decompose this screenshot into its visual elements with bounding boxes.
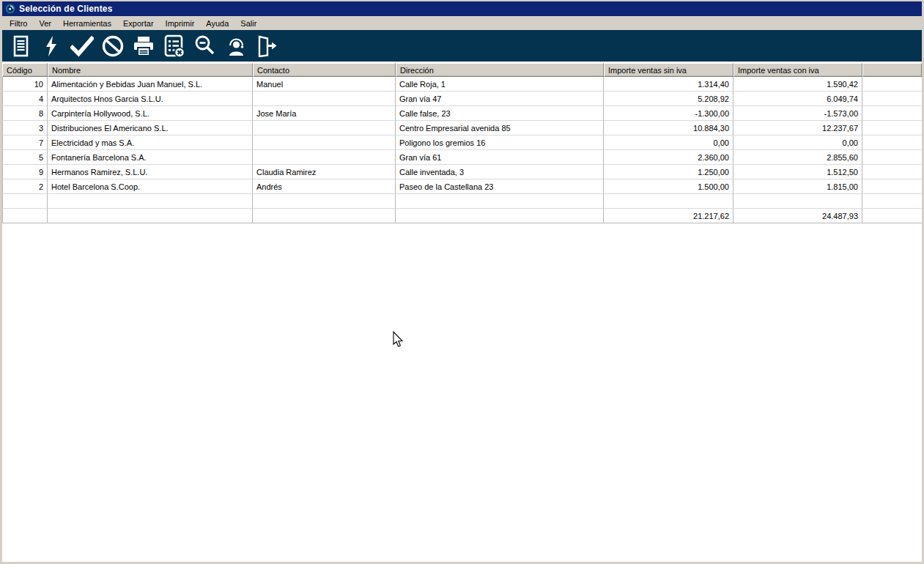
- cell-spare: [862, 121, 922, 136]
- cell-con-iva[interactable]: 1.590,42: [733, 77, 862, 92]
- cell-codigo[interactable]: 8: [2, 106, 48, 121]
- grid-body: 10 Alimentación y Bebidas Juan Manuel, S…: [2, 77, 922, 223]
- cell-spare: [862, 92, 922, 106]
- zoom-out-search-icon[interactable]: [193, 33, 217, 59]
- cell-direccion[interactable]: Gran vía 47: [396, 92, 604, 106]
- cell-sin-iva[interactable]: 2.360,00: [604, 150, 733, 165]
- cell-con-iva[interactable]: 12.237,67: [733, 121, 862, 136]
- cell-contacto[interactable]: Claudia Ramirez: [253, 165, 396, 179]
- column-header-direccion[interactable]: Dirección: [396, 63, 604, 77]
- empty-row[interactable]: [2, 194, 922, 209]
- cell-con-iva[interactable]: 2.855,60: [733, 150, 862, 165]
- cell-spare: [862, 179, 922, 194]
- cell-sin-iva[interactable]: 10.884,30: [604, 121, 733, 136]
- cell-codigo[interactable]: 4: [2, 92, 48, 106]
- window-title: Selección de Clientes: [19, 4, 113, 14]
- table-row[interactable]: 9 Hermanos Ramirez, S.L.U. Claudia Ramir…: [2, 165, 922, 179]
- cell-contacto[interactable]: [253, 121, 396, 136]
- cell-sin-iva[interactable]: -1.300,00: [604, 106, 733, 121]
- cell-sin-iva[interactable]: 1.250,00: [604, 165, 733, 179]
- cell-nombre[interactable]: Fontanería Barcelona S.A.: [48, 150, 253, 165]
- menu-item[interactable]: Filtro: [4, 18, 33, 29]
- toolbar: [2, 30, 922, 62]
- cell-nombre[interactable]: Distribuciones El Americano S.L.: [48, 121, 253, 136]
- cell-contacto[interactable]: Manuel: [253, 77, 396, 92]
- cell-codigo[interactable]: 3: [2, 121, 48, 136]
- total-sin-iva: 21.217,62: [604, 209, 733, 223]
- cell-nombre[interactable]: Arquitectos Hnos Garcia S.L.U.: [48, 92, 253, 106]
- accept-check-icon[interactable]: [70, 33, 94, 59]
- column-header-nombre[interactable]: Nombre: [48, 63, 253, 77]
- cell-spare: [862, 165, 922, 179]
- exit-door-icon[interactable]: [255, 33, 278, 59]
- column-header-sin-iva[interactable]: Importe ventas sin iva: [604, 63, 733, 77]
- app-window: Selección de Clientes FiltroVerHerramien…: [0, 0, 924, 564]
- report-icon[interactable]: [9, 33, 32, 59]
- table-row[interactable]: 5 Fontanería Barcelona S.A. Gran vía 61 …: [2, 150, 922, 165]
- support-agent-icon[interactable]: [224, 33, 248, 59]
- cell-nombre[interactable]: Alimentación y Bebidas Juan Manuel, S.L.: [48, 77, 253, 92]
- cell-contacto[interactable]: Andrés: [253, 179, 396, 194]
- cell-direccion[interactable]: Gran vía 61: [396, 150, 604, 165]
- cell-direccion[interactable]: Calle inventada, 3: [396, 165, 604, 179]
- cell-con-iva[interactable]: 6.049,74: [733, 92, 862, 106]
- cell-contacto[interactable]: [253, 92, 396, 106]
- cell-codigo[interactable]: 2: [2, 179, 48, 194]
- cell-spare: [862, 150, 922, 165]
- column-header-con-iva[interactable]: Importe ventas con iva: [733, 63, 862, 77]
- cell-con-iva[interactable]: 0,00: [733, 136, 862, 150]
- cell-con-iva[interactable]: 1.815,00: [733, 179, 862, 194]
- cell-nombre[interactable]: Hotel Barcelona S.Coop.: [48, 179, 253, 194]
- cell-sin-iva[interactable]: 1.500,00: [604, 179, 733, 194]
- cell-contacto[interactable]: Jose María: [253, 106, 396, 121]
- column-header-spare: [862, 63, 922, 77]
- cell-direccion[interactable]: Calle false, 23: [396, 106, 604, 121]
- delete-list-icon[interactable]: [163, 33, 186, 59]
- column-header-contacto[interactable]: Contacto: [253, 63, 396, 77]
- menu-item[interactable]: Imprimir: [160, 18, 201, 29]
- cell-spare: [862, 136, 922, 150]
- cell-codigo[interactable]: 7: [2, 136, 48, 150]
- menu-item[interactable]: Ver: [33, 18, 57, 29]
- table-row[interactable]: 8 Carpintería Hollywood, S.L. Jose María…: [2, 106, 922, 121]
- print-icon[interactable]: [132, 33, 155, 59]
- cell-direccion[interactable]: Paseo de la Castellana 23: [396, 179, 604, 194]
- cell-direccion[interactable]: Calle Roja, 1: [396, 77, 604, 92]
- table-row[interactable]: 4 Arquitectos Hnos Garcia S.L.U. Gran ví…: [2, 92, 922, 106]
- cell-sin-iva[interactable]: 0,00: [604, 136, 733, 150]
- cell-contacto[interactable]: [253, 136, 396, 150]
- cell-spare: [862, 77, 922, 92]
- table-row[interactable]: 7 Electricidad y mas S.A. Poligono los g…: [2, 136, 922, 150]
- clients-grid: Código Nombre Contacto Dirección Importe…: [2, 63, 922, 223]
- total-con-iva: 24.487,93: [733, 209, 862, 223]
- table-row[interactable]: 2 Hotel Barcelona S.Coop. Andrés Paseo d…: [2, 179, 922, 194]
- menu-item[interactable]: Herramientas: [57, 18, 117, 29]
- cell-direccion[interactable]: Centro Empresarial avenida 85: [396, 121, 604, 136]
- title-bar[interactable]: Selección de Clientes: [2, 1, 922, 16]
- header-row: Código Nombre Contacto Dirección Importe…: [2, 63, 922, 77]
- menu-item[interactable]: Ayuda: [200, 18, 234, 29]
- cell-codigo[interactable]: 5: [2, 150, 48, 165]
- cell-sin-iva[interactable]: 5.208,92: [604, 92, 733, 106]
- column-header-codigo[interactable]: Código: [2, 63, 48, 77]
- totals-row: 21.217,62 24.487,93: [2, 209, 922, 223]
- cell-sin-iva[interactable]: 1.314,40: [604, 77, 733, 92]
- cell-direccion[interactable]: Poligono los gremios 16: [396, 136, 604, 150]
- cell-con-iva[interactable]: -1.573,00: [733, 106, 862, 121]
- cell-con-iva[interactable]: 1.512,50: [733, 165, 862, 179]
- menu-bar: FiltroVerHerramientasExportarImprimirAyu…: [2, 16, 922, 30]
- lightning-icon[interactable]: [40, 33, 63, 59]
- app-icon[interactable]: [5, 4, 15, 14]
- menu-item[interactable]: Exportar: [117, 18, 160, 29]
- cell-contacto[interactable]: [253, 150, 396, 165]
- cell-nombre[interactable]: Carpintería Hollywood, S.L.: [48, 106, 253, 121]
- cancel-icon[interactable]: [101, 33, 125, 59]
- cell-nombre[interactable]: Electricidad y mas S.A.: [48, 136, 253, 150]
- table-row[interactable]: 10 Alimentación y Bebidas Juan Manuel, S…: [2, 77, 922, 92]
- cell-nombre[interactable]: Hermanos Ramirez, S.L.U.: [48, 165, 253, 179]
- cell-spare: [862, 106, 922, 121]
- table-row[interactable]: 3 Distribuciones El Americano S.L. Centr…: [2, 121, 922, 136]
- menu-item[interactable]: Salir: [234, 18, 262, 29]
- cell-codigo[interactable]: 9: [2, 165, 48, 179]
- cell-codigo[interactable]: 10: [2, 77, 48, 92]
